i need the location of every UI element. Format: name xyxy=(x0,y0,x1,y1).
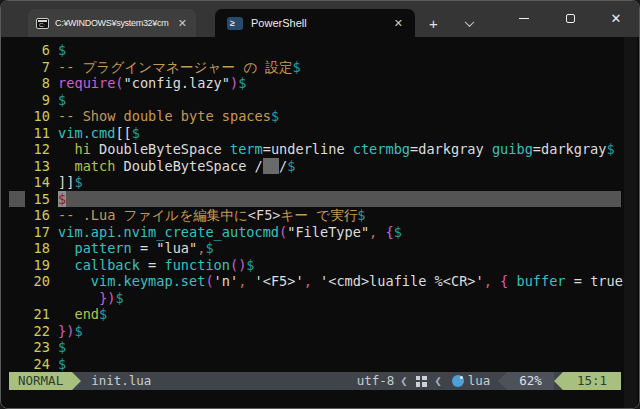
line-number: 13 xyxy=(25,158,50,175)
code-token: "FileType" xyxy=(287,224,369,240)
new-tab-button[interactable]: + xyxy=(415,9,452,37)
code-token: -- プラグインマネージャー の 設定 xyxy=(58,59,292,75)
terminal-content[interactable]: 6$7-- プラグインマネージャー の 設定$8require("config.… xyxy=(1,37,639,408)
code-token: guibg xyxy=(492,141,533,157)
code-text: hi DoubleByteSpace term=underline ctermb… xyxy=(58,141,621,158)
powerline-arrow xyxy=(498,372,507,390)
line-number: 12 xyxy=(25,141,50,158)
code-token: $ xyxy=(58,339,66,355)
code-token: ]] xyxy=(58,174,74,190)
code-token: $ xyxy=(293,59,301,75)
powerline-arrow xyxy=(72,372,81,390)
code-token: "config.lazy" xyxy=(124,75,230,91)
line-number: 23 xyxy=(25,339,50,356)
line-number: 8 xyxy=(25,75,50,92)
sign-column xyxy=(9,59,25,76)
gutter-gap xyxy=(50,158,58,175)
code-token: [[ xyxy=(115,125,131,141)
filename: init.lua xyxy=(81,372,161,390)
code-text: -- プラグインマネージャー の 設定$ xyxy=(58,59,621,76)
tab-title: C:¥WINDOWS¥system32¥cm xyxy=(55,18,171,28)
line-number: 6 xyxy=(25,42,50,59)
code-line: 23$ xyxy=(9,339,621,356)
code-token: = xyxy=(410,141,418,157)
close-button[interactable]: ✕ xyxy=(593,1,639,35)
gutter-gap xyxy=(50,125,58,142)
code-text: vim.api.nvim_create_autocmd("FileType", … xyxy=(58,224,621,241)
code-text: $ xyxy=(58,42,621,59)
code-line: 18 pattern = "lua",$ xyxy=(9,240,621,257)
code-token: $ xyxy=(74,174,82,190)
powerline-arrow xyxy=(554,372,563,390)
code-token: $ xyxy=(74,323,82,339)
code-line: 10-- Show double byte spaces$ xyxy=(9,108,621,125)
line-number: 11 xyxy=(25,125,50,142)
code-text: })$ xyxy=(58,323,621,340)
gutter-gap xyxy=(50,290,58,307)
gutter-gap xyxy=(50,323,58,340)
code-token xyxy=(58,306,74,322)
code-text: vim.keymap.set('n', '<F5>', '<cmd>luafil… xyxy=(58,273,623,290)
code-token xyxy=(58,290,99,306)
windows-icon xyxy=(416,376,427,387)
code-line: 21 end$ xyxy=(9,306,621,323)
code-token: require( xyxy=(58,75,123,91)
tab-title: PowerShell xyxy=(251,17,387,29)
tab-dropdown-button[interactable] xyxy=(452,9,487,37)
code-token: callback xyxy=(74,257,139,273)
code-line: 22})$ xyxy=(9,323,621,340)
terminal-window: C:¥WINDOWS¥system32¥cm ✕ PowerShell ✕ + … xyxy=(0,0,640,409)
minimize-button[interactable] xyxy=(501,1,547,35)
line-number: 15 xyxy=(25,191,50,208)
code-token: { xyxy=(385,224,393,240)
gutter-gap xyxy=(50,224,58,241)
mode-indicator: NORMAL xyxy=(9,372,72,390)
code-line: })$ xyxy=(9,290,621,307)
code-token: -- Show double byte spaces xyxy=(58,108,271,124)
lua-icon xyxy=(452,375,464,387)
code-token: $ xyxy=(357,207,365,223)
code-token: 'n' xyxy=(214,273,239,289)
code-token: $ xyxy=(132,125,140,141)
code-token: = xyxy=(140,257,165,273)
code-token: term xyxy=(230,141,263,157)
scrollbar[interactable] xyxy=(624,37,637,408)
maximize-icon xyxy=(566,14,575,23)
code-line: 17vim.api.nvim_create_autocmd("FileType"… xyxy=(9,224,621,241)
minimize-icon xyxy=(519,18,529,19)
code-line: 6$ xyxy=(9,42,621,59)
code-token: $ xyxy=(287,158,295,174)
separator-icon: ❮ xyxy=(394,372,413,390)
tab-powershell[interactable]: PowerShell ✕ xyxy=(215,9,415,37)
line-number: 9 xyxy=(25,92,50,109)
code-line: 14]]$ xyxy=(9,174,621,191)
line-number: 7 xyxy=(25,59,50,76)
code-token: darkgray xyxy=(418,141,492,157)
gutter-gap xyxy=(50,174,58,191)
code-token: $ xyxy=(58,42,66,58)
gutter-gap xyxy=(50,356,58,373)
tab-close-icon[interactable]: ✕ xyxy=(174,17,191,30)
progress: 62% xyxy=(507,372,554,390)
code-token: vim.keymap.set xyxy=(91,273,206,289)
cmd-icon xyxy=(36,18,49,29)
gutter-gap xyxy=(50,108,58,125)
code-token: underline xyxy=(271,141,353,157)
code-line: 20 vim.keymap.set('n', '<F5>', '<cmd>lua… xyxy=(9,273,621,290)
tab-close-icon[interactable]: ✕ xyxy=(390,17,407,30)
maximize-button[interactable] xyxy=(547,1,593,35)
sign-column xyxy=(9,141,25,158)
code-token: function xyxy=(165,257,230,273)
code-token: DoubleByteSpace xyxy=(91,141,230,157)
code-token: = xyxy=(566,273,591,289)
code-text: vim.cmd[[$ xyxy=(58,125,621,142)
cursor-position: 15:1 xyxy=(563,372,621,390)
code-token: $ xyxy=(205,240,213,256)
gutter-gap xyxy=(50,207,58,224)
code-text: ]]$ xyxy=(58,174,621,191)
code-token xyxy=(312,273,320,289)
code-token: vim.api.nvim_create_autocmd xyxy=(58,224,279,240)
code-token: <F5> xyxy=(248,207,281,223)
code-text: $ xyxy=(58,191,621,208)
tab-cmd[interactable]: C:¥WINDOWS¥system32¥cm ✕ xyxy=(28,9,196,37)
